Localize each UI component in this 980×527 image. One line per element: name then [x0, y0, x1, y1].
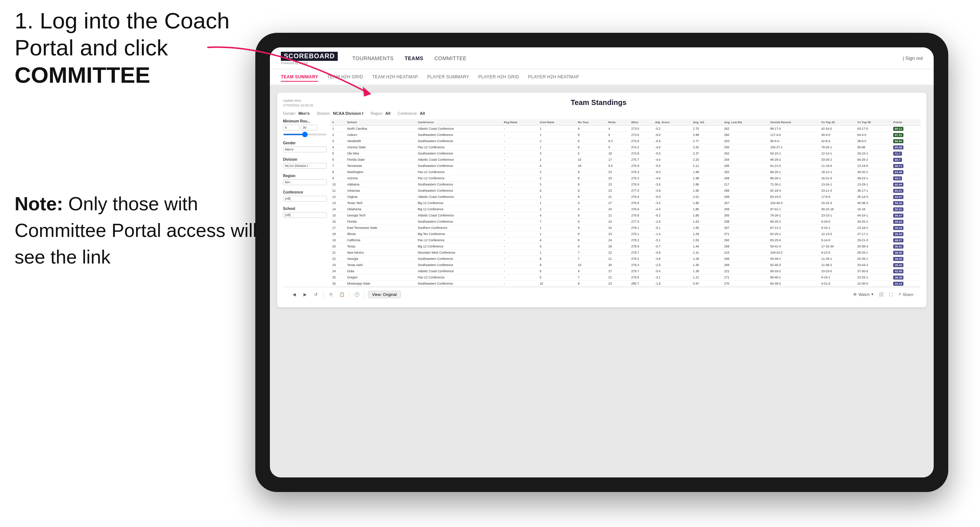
sidebar-gender-select[interactable]: Men's Women's [283, 146, 327, 152]
cell-points: 38.38 [891, 275, 921, 281]
cell-avg-sg: 2.77 [691, 138, 722, 144]
cell-conference: Atlantic Coast Conference [416, 157, 502, 163]
share-button[interactable]: ↗ Share [898, 292, 913, 297]
cell-conference: Southeastern Conference [416, 163, 502, 169]
toolbar-copy-icon[interactable]: ⎘ [327, 291, 334, 298]
cell-reg-rank: - [502, 237, 538, 243]
cell-record: 30-4-0 [819, 132, 856, 138]
cell-overall: 100-27-1 [768, 144, 819, 151]
cell-rank: 4 [331, 144, 345, 151]
cell-adj-score: -4.3 [653, 206, 691, 213]
sidebar-school-select[interactable]: (All) [283, 212, 327, 218]
toolbar-paste-icon[interactable]: 📋 [338, 291, 345, 298]
sub-nav-player-summary[interactable]: PLAYER SUMMARY [427, 73, 469, 82]
cell-vs25: 13-29-1 [856, 181, 892, 188]
cell-avg-sg: 1.21 [691, 275, 722, 281]
sub-nav-team-h2h-heatmap[interactable]: TEAM H2H HEATMAP [372, 73, 418, 82]
cell-reg-rank: - [502, 188, 538, 194]
toolbar-bottom: ◀ ▶ ↺ ⎘ 📋 🕐 View: Original 👁 [283, 287, 921, 302]
watch-button[interactable]: 👁 Watch ▾ [853, 292, 873, 297]
sidebar-conference-select[interactable]: (All) [283, 196, 327, 202]
table-row: 17 East Tennessee State Southern Confere… [331, 225, 921, 231]
view-original-button[interactable]: View: Original [368, 291, 401, 298]
sub-nav-player-h2h-heatmap[interactable]: PLAYER H2H HEATMAP [528, 73, 579, 82]
cell-wins: 276.9 [630, 181, 653, 188]
cell-rank: 6 [331, 157, 345, 163]
cell-record: 23-11-3 [819, 188, 856, 194]
toolbar-icon-1[interactable]: ⬜ [878, 292, 884, 297]
filter-division: Division: NCAA Division I [317, 111, 363, 116]
cell-wins: 276.8 [630, 213, 653, 219]
cell-conference: Mountain West Conference [416, 250, 502, 256]
sub-nav-player-h2h-grid[interactable]: PLAYER H2H GRID [478, 73, 519, 82]
sidebar-min-input[interactable] [283, 125, 299, 130]
nav-tournaments[interactable]: TOURNAMENTS [352, 54, 393, 63]
cell-avg-low: 265 [722, 163, 768, 169]
cell-wins: 277.5 [630, 219, 653, 225]
toolbar-refresh-icon[interactable]: ↺ [312, 291, 320, 298]
cell-school: Florida State [345, 157, 416, 163]
cell-conf-rank: 5 [538, 181, 576, 188]
table-row: 25 Oregon Pac-12 Conference - 5 7 21 279… [331, 275, 921, 281]
toolbar-back-icon[interactable]: ◀ [290, 291, 298, 298]
cell-conference: Atlantic Coast Conference [416, 194, 502, 200]
cell-rnds: 24 [606, 219, 630, 225]
cell-reg-rank: - [502, 163, 538, 169]
cell-reg-rank: - [502, 262, 538, 268]
cell-reg-rank: - [502, 256, 538, 262]
cell-avg-low: 215 [722, 250, 768, 256]
cell-avg-low: 271 [722, 231, 768, 237]
cell-points: 85.98 [891, 144, 921, 151]
cell-vs25: 60-26-2 [856, 157, 892, 163]
cell-no-tour: 10 [576, 262, 606, 268]
sign-out-link[interactable]: | Sign out [903, 56, 923, 61]
toolbar-icon-2[interactable]: ⛶ [889, 292, 893, 297]
toolbar-clock-icon[interactable]: 🕐 [353, 291, 360, 298]
cell-conf-rank: 1 [538, 231, 576, 237]
cell-avg-sg: 1.41 [691, 250, 722, 256]
cell-school: Auburn [345, 132, 416, 138]
sub-nav-team-summary[interactable]: TEAM SUMMARY [281, 73, 318, 82]
cell-no-tour: 8 [576, 237, 606, 243]
cell-conf-rank: 5 [538, 268, 576, 275]
cell-wins: 279.3 [630, 262, 653, 268]
cell-wins: 276.9 [630, 206, 653, 213]
cell-adj-score: -3.6 [653, 181, 691, 188]
cell-rank: 17 [331, 225, 345, 231]
sidebar-max-input[interactable] [301, 125, 317, 130]
cell-adj-score: -5.0 [653, 151, 691, 157]
cell-rank: 13 [331, 200, 345, 206]
cell-vs25: 39-23-1 [856, 175, 892, 181]
sub-nav-team-h2h-grid[interactable]: TEAM H2H GRID [327, 73, 363, 82]
sidebar-division-select[interactable]: NCAA Division I [283, 163, 327, 169]
cell-avg-low: 221 [722, 268, 768, 275]
table-row: 20 Texas Big 12 Conference - 3 9 28 278.… [331, 243, 921, 250]
cell-rnds: 24 [606, 225, 630, 231]
cell-reg-rank: - [502, 275, 538, 281]
sidebar-region-select[interactable]: N/A [283, 179, 327, 185]
cell-conf-rank: 1 [538, 250, 576, 256]
cell-wins: 277.0 [630, 188, 653, 194]
cell-school: Texas Tech [345, 200, 416, 206]
cell-no-tour: 8 [576, 188, 606, 194]
cell-conf-rank: 2 [538, 206, 576, 213]
nav-committee[interactable]: COMMITTEE [434, 54, 467, 63]
cell-overall: 60-39-2 [768, 281, 819, 287]
cell-rnds: 5.5 [606, 163, 630, 169]
cell-school: Alabama [345, 181, 416, 188]
cell-adj-score: -3.8 [653, 256, 691, 262]
sidebar-school-group: School (All) [283, 206, 327, 218]
cell-wins: 278.7 [630, 250, 653, 256]
cell-adj-score: -0.7 [653, 243, 691, 250]
toolbar-right: 👁 Watch ▾ ⬜ ⛶ ↗ Share [853, 292, 913, 297]
sidebar-rou-slider[interactable] [283, 134, 327, 135]
toolbar-sep-3 [364, 291, 364, 298]
sidebar-gender-group: Gender Men's Women's [283, 141, 327, 152]
cell-avg-low: 269 [722, 243, 768, 250]
nav-teams[interactable]: TEAMS [404, 54, 423, 63]
main-nav: TOURNAMENTS TEAMS COMMITTEE [352, 54, 466, 63]
toolbar-forward-icon[interactable]: ▶ [301, 291, 309, 298]
cell-avg-low: 260 [722, 237, 768, 243]
table-row: 24 Duke Atlantic Coast Conference - 5 9 … [331, 268, 921, 275]
cell-points: 59.34 [891, 200, 921, 206]
